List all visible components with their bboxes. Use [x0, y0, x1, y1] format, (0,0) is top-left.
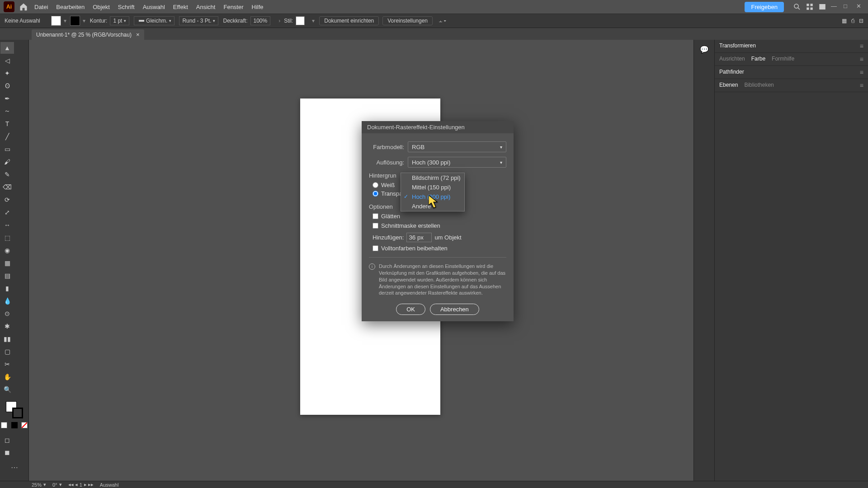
checkbox-volltonfarben[interactable]: Volltonfarben beibehalten [373, 245, 506, 252]
none-mode-icon[interactable] [21, 422, 28, 428]
panel-tab-formhilfe[interactable]: Formhilfe [772, 56, 794, 63]
chevron-down-icon[interactable]: ▾ [83, 18, 85, 24]
menu-fenster[interactable]: Fenster [223, 4, 243, 10]
gradient-tool[interactable]: ▮ [0, 282, 14, 294]
magic-wand-tool[interactable]: ✦ [0, 67, 14, 79]
document-tabstrip: Unbenannt-1* @ 25 % (RGB/Vorschau) × [0, 28, 868, 40]
zoom-level[interactable]: 25% ▾ [32, 482, 46, 488]
document-tab[interactable]: Unbenannt-1* @ 25 % (RGB/Vorschau) × [32, 29, 144, 40]
free-transform-tool[interactable]: ⬚ [0, 232, 14, 244]
eyedropper-tool[interactable]: 💧 [0, 295, 14, 307]
panel-menu-icon[interactable]: ≡ [860, 69, 863, 76]
dropdown-option-bildschirm[interactable]: Bildschirm (72 ppi) [401, 173, 464, 183]
menu-objekt[interactable]: Objekt [93, 4, 110, 10]
menu-datei[interactable]: Datei [34, 4, 48, 10]
mesh-tool[interactable]: ▤ [0, 270, 14, 282]
pen-tool[interactable]: ✒ [0, 93, 14, 104]
zoom-tool[interactable]: 🔍 [0, 384, 14, 395]
stroke-swatch[interactable] [70, 16, 80, 26]
eraser-tool[interactable]: ⌫ [0, 181, 14, 193]
panel-tab-ausrichten[interactable]: Ausrichten [719, 56, 745, 63]
fill-swatch[interactable] [51, 16, 61, 26]
gradient-mode-icon[interactable] [11, 422, 18, 428]
chevron-down-icon[interactable]: ▾ [64, 18, 66, 24]
aufloesung-dropdown[interactable]: Hoch (300 ppi)▾ [408, 157, 506, 168]
symbol-sprayer-tool[interactable]: ✱ [0, 320, 14, 332]
menu-bearbeiten[interactable]: Bearbeiten [56, 4, 85, 10]
width-tool[interactable]: ↔ [0, 219, 14, 231]
scale-tool[interactable]: ⤢ [0, 206, 14, 218]
lasso-tool[interactable]: ʘ [0, 80, 14, 92]
ok-button[interactable]: OK [396, 304, 425, 315]
cancel-button[interactable]: Abbrechen [430, 304, 479, 315]
blend-tool[interactable]: ⊙ [0, 308, 14, 319]
perspective-tool[interactable]: ▦ [0, 257, 14, 269]
svg-rect-6 [819, 4, 826, 9]
edit-toolbar-icon[interactable]: ⋯ [0, 463, 28, 472]
opacity-dropdown[interactable]: 100% [250, 16, 271, 25]
panel-menu-icon[interactable]: ≡ [860, 42, 863, 50]
fill-stroke-control[interactable] [6, 401, 23, 418]
rotate-tool[interactable]: ⟳ [0, 194, 14, 206]
line-tool[interactable]: ╱ [0, 131, 14, 142]
style-swatch[interactable] [296, 16, 305, 25]
hand-tool[interactable]: ✋ [0, 371, 14, 383]
window-minimize-icon[interactable]: — [831, 3, 839, 11]
window-close-icon[interactable]: ✕ [856, 3, 864, 11]
checkbox-schnittmaske[interactable]: Schnittmaske erstellen [373, 222, 506, 229]
artboard-tool[interactable]: ▢ [0, 346, 14, 357]
panel-tab-bibliotheken[interactable]: Bibliotheken [744, 82, 774, 89]
align-flyout-icon[interactable]: ⫠▾ [438, 18, 446, 24]
slice-tool[interactable]: ✂ [0, 358, 14, 370]
type-tool[interactable]: T [0, 118, 14, 130]
properties-icon[interactable]: ⎙ [851, 18, 854, 24]
share-button[interactable]: Freigeben [745, 2, 784, 12]
selection-tool[interactable]: ▲ [0, 42, 14, 54]
menu-effekt[interactable]: Effekt [173, 4, 188, 10]
panel-toggle-icon[interactable]: ▦ [842, 18, 847, 24]
panel-tab-farbe[interactable]: Farbe [751, 56, 765, 63]
farbmodell-dropdown[interactable]: RGB▾ [408, 141, 506, 152]
panel-menu-icon[interactable]: ≡ [860, 56, 863, 63]
draw-mode-behind-icon[interactable]: ◼ [0, 446, 14, 458]
canvas[interactable] [29, 40, 693, 481]
rotate-view[interactable]: 0° ▾ [52, 482, 62, 488]
close-tab-icon[interactable]: × [136, 31, 140, 38]
panel-tab-ebenen[interactable]: Ebenen [719, 82, 738, 89]
shaper-tool[interactable]: ✎ [0, 169, 14, 180]
rectangle-tool[interactable]: ▭ [0, 143, 14, 155]
panel-tab-transformieren[interactable]: Transformieren [719, 42, 756, 50]
dropdown-option-mittel[interactable]: Mittel (150 ppi) [401, 183, 464, 192]
menu-hilfe[interactable]: Hilfe [252, 4, 264, 10]
preferences-button[interactable]: Voreinstellungen [382, 16, 433, 25]
window-maximize-icon[interactable]: □ [844, 3, 852, 11]
chevron-down-icon[interactable]: ▾ [312, 18, 315, 24]
color-mode-icon[interactable] [1, 422, 7, 428]
checkbox-glaetten[interactable]: Glätten [373, 213, 506, 220]
stroke-square[interactable] [12, 408, 23, 418]
expand-icon[interactable]: ⊟ [859, 18, 863, 24]
search-icon[interactable] [793, 3, 801, 11]
workspace-icon[interactable] [818, 3, 826, 11]
direct-selection-tool[interactable]: ◁ [0, 55, 14, 66]
artboard-nav[interactable]: ◂◂ ◂ 1 ▸ ▸▸ [68, 482, 94, 488]
stroke-style-dropdown[interactable]: Gleichm.▾ [134, 16, 175, 25]
panel-tab-pathfinder[interactable]: Pathfinder [719, 69, 744, 76]
document-setup-button[interactable]: Dokument einrichten [319, 16, 379, 25]
arrange-icon[interactable] [806, 3, 814, 11]
brush-profile-dropdown[interactable]: Rund - 3 Pt.▾ [179, 16, 218, 25]
shape-builder-tool[interactable]: ◉ [0, 244, 14, 256]
menu-schrift[interactable]: Schrift [118, 4, 135, 10]
menu-auswahl[interactable]: Auswahl [143, 4, 165, 10]
paintbrush-tool[interactable]: 🖌 [0, 156, 14, 168]
panel-menu-icon[interactable]: ≡ [860, 82, 863, 89]
column-graph-tool[interactable]: ▮▮ [0, 333, 14, 345]
draw-mode-normal-icon[interactable]: ◻ [0, 434, 14, 446]
chevron-right-icon[interactable]: › [278, 18, 280, 24]
menu-ansicht[interactable]: Ansicht [196, 4, 216, 10]
hinzufuegen-input[interactable] [406, 233, 432, 242]
curvature-tool[interactable]: ～ [0, 105, 14, 117]
home-icon[interactable] [19, 2, 28, 11]
stroke-weight-dropdown[interactable]: 1 pt▾ [110, 16, 129, 25]
comments-icon[interactable]: 💬 [700, 45, 709, 54]
